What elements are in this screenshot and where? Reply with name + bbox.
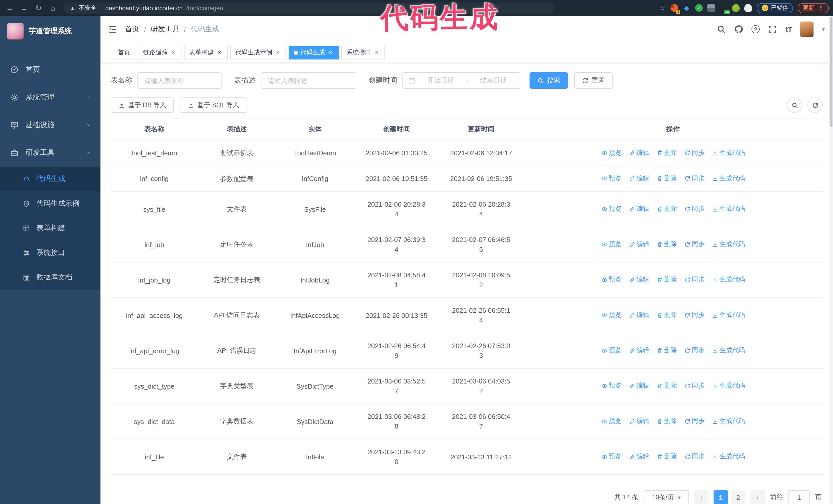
browser-forward-icon[interactable]: → [19, 2, 30, 14]
sync-link[interactable]: 同步 [684, 382, 705, 390]
bookmark-star-icon[interactable]: ☆ [660, 4, 666, 12]
delete-link[interactable]: 删除 [657, 346, 677, 355]
github-icon[interactable] [734, 25, 743, 34]
tab-代码生成[interactable]: 代码生成× [289, 46, 339, 59]
sync-link[interactable]: 同步 [684, 205, 705, 214]
table-name-input[interactable] [137, 72, 222, 89]
generate-code-link[interactable]: 生成代码 [712, 240, 745, 249]
extension-dark-icon[interactable]: on [720, 4, 728, 12]
edit-link[interactable]: 编辑 [629, 346, 649, 355]
tab-close-icon[interactable]: × [216, 49, 222, 56]
tab-表单构建[interactable]: 表单构建× [184, 46, 228, 59]
next-page-button[interactable]: › [751, 490, 765, 504]
delete-link[interactable]: 删除 [657, 417, 677, 426]
delete-link[interactable]: 删除 [657, 453, 677, 461]
generate-code-link[interactable]: 生成代码 [712, 311, 745, 320]
table-desc-input[interactable] [261, 72, 356, 89]
preview-link[interactable]: 预览 [601, 311, 622, 320]
extension-android-icon[interactable] [732, 4, 740, 12]
user-avatar[interactable] [801, 22, 814, 37]
extension-check-icon[interactable]: ✓ [695, 4, 703, 12]
scrollbar-thumb[interactable] [830, 17, 832, 127]
page-size-select[interactable]: 10条/页 ▾ [644, 490, 689, 504]
sync-link[interactable]: 同步 [684, 174, 705, 183]
generate-code-link[interactable]: 生成代码 [712, 417, 745, 426]
tab-系统接口[interactable]: 系统接口× [341, 46, 385, 59]
generate-code-link[interactable]: 生成代码 [712, 346, 745, 355]
sync-link[interactable]: 同步 [684, 417, 705, 426]
tab-代码生成示例[interactable]: 代码生成示例× [230, 46, 286, 59]
edit-link[interactable]: 编辑 [629, 382, 649, 390]
tab-close-icon[interactable]: × [328, 49, 334, 56]
extension-icon-1[interactable]: 1 [670, 4, 678, 12]
breadcrumb-item[interactable]: 研发工具 [151, 25, 180, 34]
generate-code-link[interactable]: 生成代码 [712, 174, 745, 183]
preview-link[interactable]: 预览 [601, 453, 622, 461]
edit-link[interactable]: 编辑 [629, 417, 649, 426]
edit-link[interactable]: 编辑 [629, 240, 649, 249]
page-button-1[interactable]: 1 [714, 490, 728, 504]
generate-code-link[interactable]: 生成代码 [712, 205, 745, 214]
search-icon[interactable] [717, 25, 726, 34]
help-icon[interactable]: ? [752, 25, 760, 33]
sidebar-subitem-代码生成[interactable]: 代码生成 [0, 167, 100, 191]
delete-link[interactable]: 删除 [657, 174, 677, 183]
db-import-button[interactable]: 基于 DB 导入 [111, 97, 174, 113]
extension-gem-icon[interactable]: ◆ [683, 4, 690, 12]
browser-reload-icon[interactable]: ↻ [33, 2, 44, 14]
preview-link[interactable]: 预览 [601, 174, 622, 183]
font-size-icon[interactable]: tT [786, 25, 792, 33]
generate-code-link[interactable]: 生成代码 [712, 453, 745, 461]
preview-link[interactable]: 预览 [601, 149, 622, 158]
breadcrumb-item[interactable]: 代码生成 [191, 25, 219, 34]
edit-link[interactable]: 编辑 [629, 205, 649, 214]
reset-button[interactable]: 重置 [574, 72, 613, 89]
edit-link[interactable]: 编辑 [629, 275, 649, 284]
delete-link[interactable]: 删除 [657, 311, 677, 320]
sync-link[interactable]: 同步 [684, 275, 705, 284]
prev-page-button[interactable]: ‹ [694, 490, 709, 504]
edit-link[interactable]: 编辑 [629, 174, 649, 183]
sidebar-item-基础设施[interactable]: 基础设施 [0, 111, 100, 139]
delete-link[interactable]: 删除 [657, 149, 677, 158]
delete-link[interactable]: 删除 [657, 275, 677, 284]
generate-code-link[interactable]: 生成代码 [712, 275, 745, 284]
preview-link[interactable]: 预览 [601, 275, 622, 284]
refresh-table-button[interactable] [807, 97, 823, 113]
browser-menu-icon[interactable]: ⋮ [818, 5, 824, 11]
window-scrollbar[interactable] [829, 16, 833, 504]
tab-close-icon[interactable]: × [170, 49, 176, 56]
tab-链路追踪[interactable]: 链路追踪× [138, 46, 182, 59]
date-range-picker[interactable]: 开始日期 - 结束日期 [402, 72, 520, 89]
sync-link[interactable]: 同步 [684, 453, 705, 461]
tab-首页[interactable]: 首页 [113, 46, 135, 59]
browser-home-icon[interactable]: ⌂ [47, 2, 58, 14]
fullscreen-icon[interactable] [768, 25, 777, 34]
generate-code-link[interactable]: 生成代码 [712, 382, 745, 390]
preview-link[interactable]: 预览 [601, 240, 622, 249]
sidebar-item-系统管理[interactable]: 系统管理 [0, 83, 100, 111]
sidebar-subitem-系统接口[interactable]: 系统接口 [0, 240, 100, 265]
app-logo-row[interactable]: 芋道管理系统 [0, 16, 100, 47]
edit-link[interactable]: 编辑 [629, 149, 649, 158]
delete-link[interactable]: 删除 [657, 382, 677, 390]
avatar-caret-icon[interactable]: ▾ [822, 26, 825, 32]
delete-link[interactable]: 删除 [657, 240, 677, 249]
sql-import-button[interactable]: 基于 SQL 导入 [180, 97, 247, 113]
page-button-2[interactable]: 2 [731, 490, 745, 504]
delete-link[interactable]: 删除 [657, 205, 677, 214]
sidebar-subitem-表单构建[interactable]: 表单构建 [0, 216, 100, 240]
breadcrumb-item[interactable]: 首页 [125, 25, 139, 34]
preview-link[interactable]: 预览 [601, 417, 622, 426]
preview-link[interactable]: 预览 [601, 382, 622, 390]
extension-grid-icon[interactable] [708, 4, 715, 12]
extension-ghost-icon[interactable] [744, 4, 752, 12]
toggle-search-button[interactable] [787, 97, 802, 113]
hamburger-icon[interactable] [108, 24, 118, 34]
tab-close-icon[interactable]: × [374, 49, 380, 56]
tab-close-icon[interactable]: × [275, 49, 281, 56]
sync-link[interactable]: 同步 [684, 240, 705, 249]
preview-link[interactable]: 预览 [601, 346, 622, 355]
profile-paused-badge[interactable]: ☺ 已暂停 [757, 3, 793, 13]
preview-link[interactable]: 预览 [601, 205, 622, 214]
